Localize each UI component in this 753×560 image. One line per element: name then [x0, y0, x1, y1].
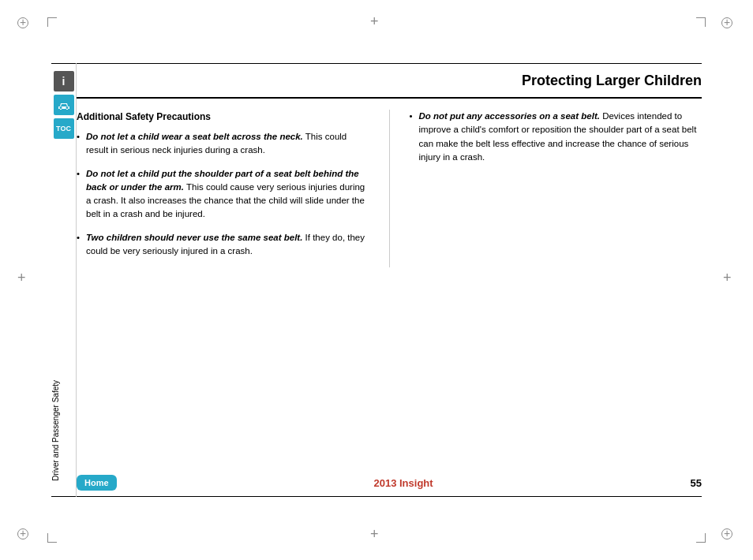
- page-title: Protecting Larger Children: [77, 63, 702, 99]
- home-button[interactable]: Home: [77, 475, 117, 491]
- corner-mark-tl: [17, 17, 32, 32]
- toc-icon[interactable]: TOC: [54, 118, 74, 139]
- corner-mark-br: [721, 528, 736, 543]
- column-right: Do not put any accessories on a seat bel…: [410, 110, 702, 267]
- bracket-bl: [47, 533, 57, 543]
- bullet-item-3: Two children should never use the same s…: [77, 231, 369, 259]
- crosshair-left: [17, 274, 30, 286]
- right-bullet1-bold: Do not put any accessories on a seat bel…: [419, 111, 600, 121]
- main-content: Protecting Larger Children Additional Sa…: [77, 63, 702, 497]
- svg-point-0: [59, 106, 62, 109]
- bracket-br: [696, 533, 706, 543]
- svg-point-1: [66, 106, 68, 109]
- crosshair-top: [370, 17, 383, 30]
- bracket-tr: [696, 17, 706, 27]
- footer: Home 2013 Insight 55: [77, 475, 702, 491]
- footer-book-title: 2013 Insight: [117, 477, 691, 489]
- corner-mark-bl: [17, 528, 32, 543]
- section-title: Additional Safety Precautions: [77, 110, 369, 124]
- corner-mark-tr: [721, 17, 736, 32]
- right-bullet-item-1: Do not put any accessories on a seat bel…: [410, 110, 702, 164]
- content-columns: Additional Safety Precautions Do not let…: [77, 110, 702, 267]
- crosshair-right: [723, 274, 736, 286]
- crosshair-bottom: [370, 530, 383, 543]
- column-left: Additional Safety Precautions Do not let…: [77, 110, 369, 267]
- sidebar-vertical-text: Driver and Passenger Safety: [51, 380, 77, 481]
- bullet-item-1: Do not let a child wear a seat belt acro…: [77, 130, 369, 158]
- page-number: 55: [691, 477, 702, 489]
- car-icon[interactable]: [54, 95, 74, 115]
- bracket-tl: [47, 17, 57, 27]
- column-divider: [389, 110, 390, 267]
- bullet3-bold: Two children should never use the same s…: [86, 233, 302, 242]
- info-icon[interactable]: i: [54, 71, 74, 91]
- bullet1-bold: Do not let a child wear a seat belt acro…: [86, 132, 303, 141]
- page: i TOC Driver and Passenger Safety Protec…: [0, 0, 753, 560]
- bullet-item-2: Do not let a child put the shoulder part…: [77, 167, 369, 222]
